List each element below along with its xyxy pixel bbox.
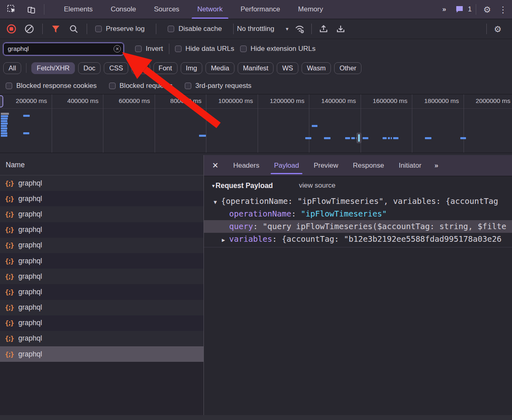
timeline-gridline: [258, 94, 258, 153]
details-tab-headers[interactable]: Headers: [226, 155, 267, 176]
chip-wasm[interactable]: Wasm: [302, 62, 331, 74]
view-source-link[interactable]: view source: [299, 182, 336, 190]
preserve-log-checkbox[interactable]: Preserve log: [95, 25, 144, 33]
message-count: 1: [468, 5, 472, 13]
clear-filter-icon[interactable]: ✕: [114, 45, 121, 52]
details-tabs: HeadersPayloadPreviewResponseInitiator: [226, 155, 429, 176]
expand-caret-icon[interactable]: ▼: [214, 196, 221, 208]
network-overview-timeline[interactable]: 200000 ms400000 ms600000 ms800000 ms1000…: [0, 94, 512, 153]
tab-sources[interactable]: Sources: [145, 0, 188, 19]
checkbox[interactable]: [185, 83, 191, 89]
section-caret-icon[interactable]: ▾: [212, 183, 215, 189]
chip-other[interactable]: Other: [334, 62, 361, 74]
chip-doc[interactable]: Doc: [78, 62, 101, 74]
overview-grip-handle[interactable]: [0, 95, 3, 107]
timeline-tick-label: 800000 ms: [170, 97, 201, 105]
request-row[interactable]: {;}graphql: [0, 331, 203, 346]
timeline-gridline: [361, 94, 361, 153]
chip-ws[interactable]: WS: [277, 62, 298, 74]
filter-icon[interactable]: [51, 24, 61, 34]
payload-line[interactable]: operationName: "ipFlowTimeseries": [204, 208, 512, 220]
checkbox-label: Blocked requests: [120, 82, 173, 90]
name-column-header[interactable]: Name: [0, 155, 203, 175]
3rd-party-requests-checkbox[interactable]: 3rd-party requests: [185, 82, 252, 90]
payload-value: {accountTag: "b12e3b2192ee5588fdad995178…: [282, 234, 501, 244]
divider: [233, 24, 234, 34]
record-icon[interactable]: [7, 24, 16, 34]
chip-manifest[interactable]: Manifest: [238, 62, 274, 74]
request-row[interactable]: {;}graphql: [0, 238, 203, 253]
blocked-requests-checkbox[interactable]: Blocked requests: [109, 82, 173, 90]
details-tab-response[interactable]: Response: [346, 155, 392, 176]
request-row[interactable]: {;}graphql: [0, 315, 203, 331]
request-row[interactable]: {;}graphql: [0, 300, 203, 315]
json-icon: {;}: [5, 304, 14, 311]
tab-memory[interactable]: Memory: [289, 0, 332, 19]
messages-icon[interactable]: [453, 2, 466, 16]
request-row[interactable]: {;}graphql: [0, 253, 203, 269]
chip-media[interactable]: Media: [206, 62, 234, 74]
close-icon[interactable]: ✕: [204, 155, 226, 176]
details-more-tabs-icon[interactable]: »: [429, 155, 443, 176]
blocked-response-cookies-checkbox[interactable]: Blocked response cookies: [6, 82, 97, 90]
payload-line[interactable]: ▼{operationName: "ipFlowTimeseries", var…: [204, 195, 512, 208]
device-toolbar-icon[interactable]: [24, 2, 38, 16]
chip-all[interactable]: All: [3, 62, 21, 74]
throttling-select[interactable]: No throttling ▼: [237, 25, 289, 33]
request-row[interactable]: {;}graphql: [0, 346, 203, 362]
waterfall-bar: [345, 137, 350, 139]
tab-network[interactable]: Network: [188, 0, 232, 19]
chip-css[interactable]: CSS: [104, 62, 128, 74]
tab-elements[interactable]: Elements: [55, 0, 102, 19]
checkbox[interactable]: [95, 26, 102, 32]
request-row[interactable]: {;}graphql: [0, 191, 203, 206]
section-title: Request Payload: [216, 182, 273, 190]
payload-value: {operationName: "ipFlowTimeseries", vari…: [221, 197, 498, 206]
request-row[interactable]: {;}graphql: [0, 222, 203, 238]
tab-console[interactable]: Console: [102, 0, 145, 19]
waterfall-bar: [425, 137, 431, 139]
kebab-menu-icon[interactable]: ⋮: [498, 2, 508, 16]
checkbox[interactable]: [109, 83, 116, 89]
chip-fetch-xhr[interactable]: Fetch/XHR: [31, 62, 75, 74]
expand-caret-icon[interactable]: ▶: [222, 234, 229, 245]
checkbox[interactable]: [175, 46, 182, 52]
chip-font[interactable]: Font: [153, 62, 177, 74]
divider: [311, 24, 312, 34]
settings-icon[interactable]: ⚙: [480, 2, 494, 16]
details-tab-preview[interactable]: Preview: [306, 155, 346, 176]
checkbox[interactable]: [168, 26, 174, 32]
hide-extension-urls-checkbox[interactable]: Hide extension URLs: [240, 45, 316, 53]
inspect-element-icon[interactable]: [5, 2, 19, 16]
tab-performance[interactable]: Performance: [232, 0, 289, 19]
timeline-gridline: [155, 94, 155, 153]
chip-img[interactable]: Img: [181, 62, 203, 74]
disable-cache-checkbox[interactable]: Disable cache: [168, 25, 222, 33]
request-row[interactable]: {;}graphql: [0, 284, 203, 300]
hide-data-urls-checkbox[interactable]: Hide data URLs: [175, 45, 234, 53]
export-har-icon[interactable]: [334, 22, 348, 36]
payload-line[interactable]: ▶variables: {accountTag: "b12e3b2192ee55…: [204, 233, 512, 245]
import-har-icon[interactable]: [317, 22, 330, 36]
waterfall-bar: [393, 137, 398, 139]
request-row[interactable]: {;}graphql: [0, 175, 203, 191]
details-tab-payload[interactable]: Payload: [267, 155, 306, 176]
divider: [42, 24, 43, 34]
network-conditions-icon[interactable]: [293, 22, 306, 36]
search-icon[interactable]: [69, 24, 79, 34]
request-payload-section-header[interactable]: ▾ Request Payload view source: [204, 176, 512, 195]
details-tab-initiator[interactable]: Initiator: [392, 155, 429, 176]
invert-checkbox[interactable]: Invert: [135, 45, 163, 53]
clear-icon[interactable]: [24, 24, 34, 34]
network-settings-icon[interactable]: ⚙: [491, 22, 505, 36]
filter-input[interactable]: [3, 43, 124, 55]
request-row[interactable]: {;}graphql: [0, 269, 203, 284]
details-tab-bar: ✕ HeadersPayloadPreviewResponseInitiator…: [204, 155, 512, 176]
request-row[interactable]: {;}graphql: [0, 206, 203, 222]
checkbox[interactable]: [135, 46, 142, 52]
more-tabs-icon[interactable]: »: [439, 2, 449, 16]
checkbox[interactable]: [6, 83, 12, 89]
checkbox[interactable]: [240, 46, 247, 52]
chip-js[interactable]: JS: [131, 62, 150, 74]
payload-line[interactable]: query: "query ipFlowTimeseries($accountT…: [204, 220, 512, 233]
